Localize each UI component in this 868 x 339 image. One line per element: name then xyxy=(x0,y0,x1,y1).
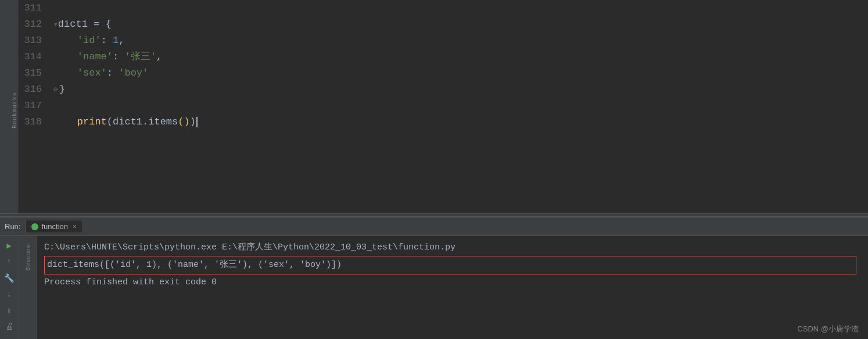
left-sidebar: Bookmarks xyxy=(0,0,19,213)
bottom-panel: Run: function × ▶ ↑ 🔧 ↓ ⇩ 🖨 Structure xyxy=(0,217,868,339)
line-number: 312 xyxy=(19,16,53,33)
text-cursor xyxy=(196,117,198,127)
line-number: 316 xyxy=(19,81,53,98)
console-line: Process finished with exit code 0 xyxy=(44,274,861,291)
structure-sidebar: Structure xyxy=(19,236,37,339)
line-code: 'sex': 'boy' xyxy=(53,65,868,81)
scroll-down-button[interactable]: ↓ xyxy=(3,288,15,300)
tab-close-button[interactable]: × xyxy=(73,223,77,231)
code-line: 315 'sex': 'boy' xyxy=(19,65,868,81)
line-code: print(dict1.items()) xyxy=(53,114,868,130)
line-code: ⊖} xyxy=(53,81,868,98)
code-line: 316⊖} xyxy=(19,81,868,98)
tab-bar: Run: function × xyxy=(0,217,868,236)
collapse-arrow[interactable]: ▾ xyxy=(53,20,58,29)
code-line: 312▾dict1 = { xyxy=(19,16,868,33)
code-line: 311 xyxy=(19,0,868,16)
line-number: 317 xyxy=(19,98,53,114)
line-number: 311 xyxy=(19,0,53,16)
watermark: CSDN @小唐学渣 xyxy=(797,324,859,334)
print-button[interactable]: 🖨 xyxy=(3,321,15,333)
line-number: 318 xyxy=(19,114,53,130)
console-line: C:\Users\HUNTE\Scripts\python.exe E:\程序人… xyxy=(44,240,861,256)
code-line: 314 'name': '张三', xyxy=(19,49,868,65)
line-code: ▾dict1 = { xyxy=(53,16,868,33)
run-tab[interactable]: function × xyxy=(25,220,83,233)
run-button[interactable]: ▶ xyxy=(3,240,15,251)
line-number: 314 xyxy=(19,49,53,65)
code-line: 313 'id': 1, xyxy=(19,33,868,49)
console-output: C:\Users\HUNTE\Scripts\python.exe E:\程序人… xyxy=(37,236,868,339)
tab-icon xyxy=(31,223,38,230)
scroll-up-button[interactable]: ↑ xyxy=(3,256,15,267)
console-line: dict_items([('id', 1), ('name', '张三'), (… xyxy=(44,256,856,274)
code-content: 311312▾dict1 = {313 'id': 1,314 'name': … xyxy=(19,0,868,213)
bookmarks-label: Bookmarks xyxy=(12,92,18,129)
console-area: ▶ ↑ 🔧 ↓ ⇩ 🖨 Structure C:\Users\HUNTE\Scr… xyxy=(0,236,868,339)
structure-label: Structure xyxy=(25,244,31,271)
line-number: 313 xyxy=(19,33,53,49)
settings-button[interactable]: 🔧 xyxy=(3,272,15,284)
code-line: 318 print(dict1.items()) xyxy=(19,114,868,130)
collapse-arrow[interactable]: ⊖ xyxy=(53,85,58,94)
arrow-down-button[interactable]: ⇩ xyxy=(3,305,15,316)
editor-area: Bookmarks 311312▾dict1 = {313 'id': 1,31… xyxy=(0,0,868,213)
tab-label: function xyxy=(41,222,68,231)
console-sidebar: ▶ ↑ 🔧 ↓ ⇩ 🖨 xyxy=(0,236,19,339)
line-code: 'name': '张三', xyxy=(53,49,868,65)
run-label: Run: xyxy=(5,222,20,231)
line-code: 'id': 1, xyxy=(53,33,868,49)
line-number: 315 xyxy=(19,65,53,81)
code-line: 317 xyxy=(19,98,868,114)
